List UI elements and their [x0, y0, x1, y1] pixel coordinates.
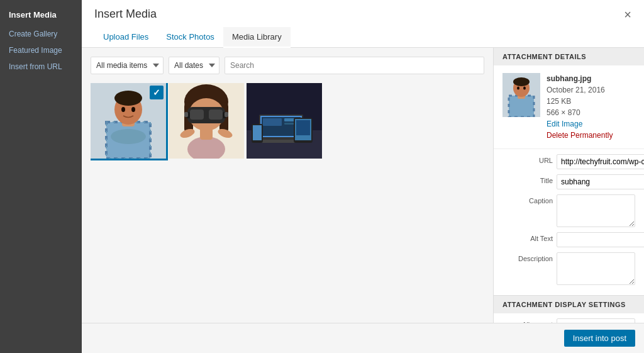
field-row-url: URL: [502, 154, 635, 169]
media-item-1[interactable]: ✓: [91, 83, 166, 159]
svg-rect-20: [184, 112, 188, 117]
search-input[interactable]: [225, 57, 484, 74]
field-row-description: Description: [502, 252, 635, 285]
attachment-filesize: 125 KB: [547, 96, 613, 107]
title-input[interactable]: [557, 174, 644, 189]
description-label: Description: [502, 252, 553, 262]
media-item-2[interactable]: [169, 83, 244, 159]
sidebar: Insert Media Create Gallery Featured Ima…: [0, 0, 82, 353]
svg-rect-21: [225, 112, 228, 117]
svg-point-4: [111, 129, 146, 144]
svg-rect-17: [209, 109, 223, 120]
toolbar: All media items All dates: [91, 57, 484, 74]
alignment-select[interactable]: None Left Center Right: [557, 318, 635, 323]
svg-rect-23: [200, 127, 213, 140]
sidebar-item-create-gallery[interactable]: Create Gallery: [0, 26, 82, 42]
svg-rect-31: [263, 118, 282, 126]
display-settings-header: ATTACHMENT DISPLAY SETTINGS: [494, 295, 644, 313]
sidebar-item-featured-image[interactable]: Featured Image: [0, 42, 82, 59]
alt-text-label: Alt Text: [502, 232, 553, 242]
attachment-details-header: ATTACHMENT DETAILS: [494, 48, 644, 65]
attachment-sidebar: ATTACHMENT DETAILS: [493, 48, 644, 323]
url-label: URL: [502, 154, 553, 164]
sidebar-title: Insert Media: [0, 6, 82, 26]
display-fields: Alignment None Left Center Right Link To…: [494, 313, 644, 323]
caption-label: Caption: [502, 194, 553, 205]
modal-overlay: Insert Media Create Gallery Featured Ima…: [0, 0, 644, 353]
attachment-meta: subhang.jpg October 21, 2016 125 KB 566 …: [547, 73, 613, 141]
filter-all-select[interactable]: All media items: [91, 57, 164, 74]
field-row-alt: Alt Text: [502, 232, 635, 247]
tab-library[interactable]: Media Library: [223, 27, 291, 48]
svg-rect-16: [190, 109, 204, 120]
sidebar-item-insert-from-url[interactable]: Insert from URL: [0, 59, 82, 75]
tabs: Upload Files Stock Photos Media Library: [94, 27, 631, 47]
title-label: Title: [502, 174, 553, 184]
edit-image-link[interactable]: Edit Image: [547, 118, 613, 130]
svg-rect-39: [253, 125, 262, 140]
attachment-filename: subhang.jpg: [547, 73, 613, 84]
footer-bar: Insert into post: [82, 323, 644, 353]
delete-permanently-link[interactable]: Delete Permanently: [547, 130, 613, 141]
svg-point-46: [517, 87, 519, 90]
attachment-date: October 21, 2016: [547, 84, 613, 96]
url-input[interactable]: [557, 154, 644, 169]
close-button[interactable]: ×: [624, 8, 631, 27]
svg-point-8: [121, 107, 125, 112]
field-row-title: Title: [502, 174, 635, 189]
field-row-caption: Caption: [502, 194, 635, 227]
description-textarea[interactable]: [557, 252, 635, 285]
insert-into-post-button[interactable]: Insert into post: [564, 330, 635, 347]
attachment-thumb: [502, 73, 540, 117]
svg-point-45: [513, 77, 530, 86]
svg-rect-41: [509, 96, 534, 117]
media-item-3[interactable]: [247, 83, 322, 159]
svg-point-9: [131, 107, 135, 112]
attachment-fields: URL Title Caption Alt Text: [494, 149, 644, 295]
attachment-preview: subhang.jpg October 21, 2016 125 KB 566 …: [494, 65, 644, 149]
svg-rect-37: [296, 120, 310, 135]
media-selected-check: ✓: [150, 86, 164, 99]
tab-upload[interactable]: Upload Files: [94, 27, 157, 48]
svg-point-7: [114, 91, 142, 106]
caption-textarea[interactable]: [557, 194, 635, 227]
filter-dates-select[interactable]: All dates: [169, 57, 219, 74]
modal-header: Insert Media × Upload Files Stock Photos…: [82, 0, 644, 48]
tab-stock[interactable]: Stock Photos: [157, 27, 223, 48]
media-area: All media items All dates: [82, 48, 493, 323]
media-grid: ✓: [91, 83, 484, 314]
svg-point-47: [523, 87, 526, 90]
modal-main: Insert Media × Upload Files Stock Photos…: [82, 0, 644, 353]
alt-text-input[interactable]: [557, 232, 644, 247]
field-row-alignment: Alignment None Left Center Right: [502, 318, 635, 323]
attachment-dimensions: 566 × 870: [547, 107, 613, 118]
alignment-label: Alignment: [502, 318, 553, 323]
modal-title: Insert Media: [94, 8, 157, 21]
modal-body: All media items All dates: [82, 48, 644, 323]
